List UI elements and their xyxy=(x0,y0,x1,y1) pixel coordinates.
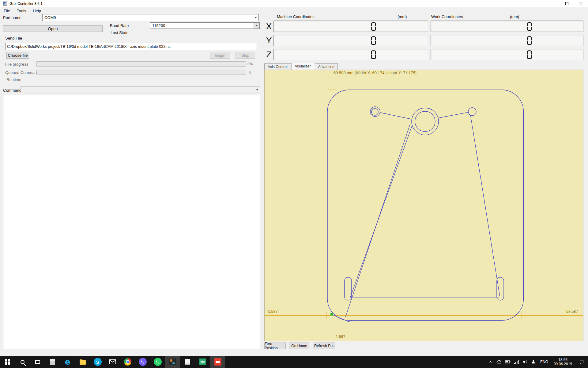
network-icon[interactable] xyxy=(513,356,520,368)
tab-advanced[interactable]: Advanced xyxy=(315,63,338,70)
taskbar-app-mail[interactable] xyxy=(105,356,120,368)
origin-marker xyxy=(330,313,333,316)
chevron-down-icon xyxy=(254,23,259,29)
menu-bar: File Tools Help xyxy=(0,7,588,14)
maximize-icon xyxy=(565,2,568,5)
volume-icon[interactable] xyxy=(521,356,529,368)
status-log-area[interactable] xyxy=(3,95,260,349)
taskbar-app-chrome[interactable] xyxy=(120,356,135,368)
folder-icon xyxy=(80,360,86,365)
task-view-icon xyxy=(35,360,40,364)
people-icon[interactable] xyxy=(530,356,537,368)
baud-rate-label: Baud Rate xyxy=(110,23,129,28)
last-state-label: Last State: xyxy=(111,30,130,35)
window-title: Grbl Controller 3.6.1 xyxy=(9,2,43,6)
machine-unit-label: (mm) xyxy=(398,14,407,19)
runtime-label: Runtime: xyxy=(6,77,22,82)
machine-x-display xyxy=(273,21,428,32)
mail-icon xyxy=(109,359,116,364)
file-path-input[interactable] xyxy=(5,43,257,50)
tab-visualizer[interactable]: Visualizer xyxy=(292,63,314,70)
seven-segment-zero xyxy=(371,22,376,31)
clock[interactable]: 18:56 09.06.2019 xyxy=(551,358,575,366)
taskbar-app-cnc[interactable] xyxy=(210,356,225,368)
seven-segment-zero xyxy=(371,36,376,45)
document-icon xyxy=(185,359,190,365)
right-panel-tabs: Axis Control Visualizer Advanced xyxy=(264,63,583,70)
baud-rate-value: 115200 xyxy=(152,23,165,28)
taskbar-app-grbl-controller[interactable] xyxy=(165,356,180,368)
x-min-label: -1.587 xyxy=(267,309,277,314)
file-progress-bar xyxy=(36,61,246,67)
skype-icon: S xyxy=(94,358,102,366)
choose-file-button[interactable]: Choose file xyxy=(6,52,29,59)
command-label: Command xyxy=(3,88,21,93)
menu-help[interactable]: Help xyxy=(30,8,44,14)
machine-y-display xyxy=(273,35,428,46)
dimension-text: 69.588 mm (Width-X: 60.174 Height-Y: 71.… xyxy=(334,71,417,75)
axis-y-label: Y xyxy=(264,36,273,45)
port-select[interactable]: COM9 xyxy=(42,14,259,21)
begin-button[interactable]: Begin xyxy=(210,52,230,59)
visualizer-canvas[interactable]: 69.588 mm (Width-X: 60.174 Height-Y: 71.… xyxy=(264,70,583,341)
clock-date: 09.06.2019 xyxy=(554,362,572,366)
zero-position-button[interactable]: Zero Position xyxy=(264,343,286,349)
taskbar-app-edge[interactable]: e xyxy=(60,356,75,368)
menu-file[interactable]: File xyxy=(1,8,13,14)
cnc-app-icon xyxy=(214,358,221,366)
system-tray: ENG 18:56 09.06.2019 xyxy=(487,356,588,368)
clock-time: 18:56 xyxy=(554,358,572,362)
queued-commands-value: 0 xyxy=(249,70,251,75)
stop-button[interactable]: Stop xyxy=(236,52,255,59)
tab-axis-control[interactable]: Axis Control xyxy=(264,63,291,70)
work-y-display xyxy=(431,35,583,46)
taskbar-app-document[interactable] xyxy=(180,356,195,368)
title-bar: Grbl Controller 3.6.1 xyxy=(0,0,588,7)
port-value: COM9 xyxy=(44,15,56,20)
port-name-label: Port name xyxy=(3,15,21,20)
file-progress-label: File progress xyxy=(5,62,28,67)
taskbar-app-skype[interactable]: S xyxy=(90,356,105,368)
close-button[interactable] xyxy=(574,0,588,7)
seven-segment-zero xyxy=(527,50,532,59)
machine-coordinates-label: Machine Coordinates xyxy=(277,14,315,19)
taskbar-app-file-explorer[interactable] xyxy=(75,356,90,368)
close-icon xyxy=(579,2,583,6)
chrome-icon xyxy=(124,358,131,366)
work-unit-label: (mm) xyxy=(510,14,519,19)
axis-x-label: X xyxy=(264,21,273,31)
open-button[interactable]: Open xyxy=(3,25,103,32)
notification-center-button[interactable] xyxy=(576,356,587,368)
battery-icon[interactable] xyxy=(504,356,511,368)
taskbar-app-viber[interactable] xyxy=(135,356,150,368)
go-home-button[interactable]: Go Home xyxy=(289,343,309,349)
refresh-pos-button[interactable]: Refresh Pos xyxy=(314,343,335,349)
task-view-button[interactable] xyxy=(30,356,45,368)
chevron-down-icon xyxy=(254,87,260,93)
tray-expand-button[interactable] xyxy=(487,356,494,368)
queued-commands-bar xyxy=(36,70,246,75)
language-indicator[interactable]: ENG xyxy=(538,360,550,364)
maximize-button[interactable] xyxy=(560,0,574,7)
y-min-label: -1.587 xyxy=(334,335,345,339)
spreadsheet-icon xyxy=(199,358,206,365)
menu-tools[interactable]: Tools xyxy=(14,8,29,14)
minimize-icon xyxy=(551,4,555,4)
work-z-display xyxy=(431,49,583,60)
taskbar-app-calculator[interactable] xyxy=(45,356,60,368)
taskbar-app-whatsapp[interactable] xyxy=(150,356,165,368)
minimize-button[interactable] xyxy=(546,0,560,7)
baud-rate-select[interactable]: 115200 xyxy=(150,22,260,29)
start-button[interactable] xyxy=(0,356,15,368)
grbl-controller-icon xyxy=(169,358,176,365)
onedrive-cloud-icon[interactable] xyxy=(496,356,503,368)
command-input[interactable] xyxy=(21,86,260,93)
axis-z-label: Z xyxy=(264,50,273,59)
seven-segment-zero xyxy=(527,22,532,31)
taskbar-search-button[interactable] xyxy=(15,356,30,368)
toolpath-geometry xyxy=(327,90,524,322)
machine-z-display xyxy=(273,49,428,60)
taskbar-app-spreadsheet[interactable] xyxy=(195,356,210,368)
whatsapp-icon xyxy=(154,358,162,366)
viber-icon xyxy=(139,358,147,366)
